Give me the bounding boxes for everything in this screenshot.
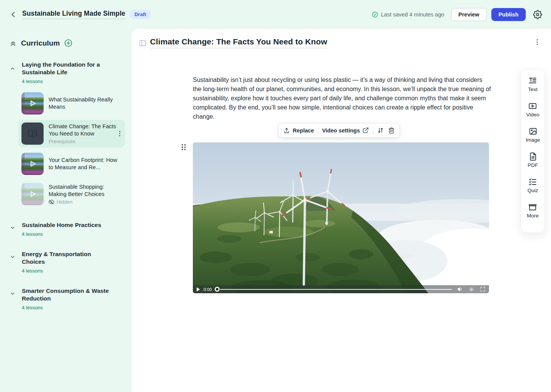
replace-label: Replace bbox=[293, 127, 314, 134]
section-lesson-count: 4 lessons bbox=[22, 268, 112, 274]
publish-button[interactable]: Publish bbox=[491, 8, 526, 21]
lesson-menu-button[interactable] bbox=[117, 130, 123, 137]
lesson-title: Climate Change: The Facts You Need to Kn… bbox=[49, 123, 122, 137]
lesson-video-thumbnail bbox=[21, 183, 44, 205]
section-toggle[interactable]: Sustainable Home Practices 4 lessons bbox=[9, 221, 126, 237]
chevron-left-icon bbox=[9, 10, 18, 19]
course-title[interactable]: Sustainable Living Made Simple bbox=[22, 10, 125, 19]
grip-dots-icon bbox=[181, 144, 186, 151]
section-lesson-count: 4 lessons bbox=[22, 231, 112, 237]
section-lesson-count: 4 lessons bbox=[22, 305, 112, 310]
lesson-hidden-label: Hidden bbox=[57, 199, 72, 205]
curriculum-heading: Curriculum bbox=[21, 39, 60, 47]
lesson-reading-thumbnail bbox=[21, 122, 44, 145]
curriculum-section: Energy & Transportation Choices 4 lesson… bbox=[9, 250, 126, 274]
external-link-icon bbox=[362, 127, 369, 134]
toolbar-divider bbox=[318, 127, 318, 134]
panel-left-icon bbox=[139, 39, 147, 47]
section-toggle[interactable]: Laying the Foundation for a Sustainable … bbox=[9, 61, 126, 84]
add-video-block-button[interactable]: Video bbox=[526, 101, 539, 127]
back-button[interactable] bbox=[8, 10, 18, 20]
lesson-item[interactable]: Your Carbon Footprint: How to Measure an… bbox=[18, 150, 125, 178]
lesson-intro-paragraph[interactable]: Sustainability isn’t just about recyclin… bbox=[193, 75, 491, 121]
chevrons-up-icon bbox=[9, 39, 17, 47]
toolbar-divider bbox=[373, 127, 373, 134]
more-blocks-button[interactable]: More bbox=[527, 203, 539, 228]
lesson-page-title[interactable]: Climate Change: The Facts You Need to Kn… bbox=[150, 37, 327, 48]
section-toggle[interactable]: Smarter Consumption & Waste Reduction 4 … bbox=[9, 287, 126, 310]
lesson-video-thumbnail bbox=[21, 92, 44, 114]
lesson-prerequisite-label: Prerequisite bbox=[49, 139, 122, 144]
video-block-toolbar: Replace Video settings bbox=[279, 123, 399, 137]
section-title: Energy & Transportation Choices bbox=[22, 250, 112, 266]
video-settings-label: Video settings bbox=[322, 127, 360, 134]
video-settings-gear-button[interactable] bbox=[469, 287, 474, 292]
kebab-icon bbox=[534, 38, 540, 46]
video-scrubber-handle[interactable] bbox=[215, 287, 220, 292]
block-palette: Text Video Image PDF Quiz More bbox=[521, 69, 545, 233]
video-fullscreen-button[interactable] bbox=[480, 286, 486, 292]
lesson-item-hidden[interactable]: Sustainable Shopping: Making Better Choi… bbox=[18, 180, 125, 208]
settings-button[interactable] bbox=[532, 9, 543, 20]
eye-off-icon bbox=[49, 199, 54, 205]
gear-icon bbox=[469, 287, 474, 292]
preview-button[interactable]: Preview bbox=[451, 8, 487, 21]
chevron-down-icon bbox=[9, 290, 16, 297]
move-block-button[interactable] bbox=[377, 127, 384, 134]
add-image-block-button[interactable]: Image bbox=[526, 127, 540, 152]
add-section-button[interactable] bbox=[64, 39, 73, 47]
gear-icon bbox=[533, 10, 542, 19]
status-badge: Draft bbox=[130, 10, 150, 19]
video-current-time: 0:00 bbox=[204, 287, 212, 292]
quiz-checklist-icon bbox=[528, 177, 537, 186]
section-title: Smarter Consumption & Waste Reduction bbox=[22, 287, 112, 302]
arrows-up-down-icon bbox=[377, 127, 384, 134]
volume-icon bbox=[457, 286, 463, 292]
chevron-up-icon bbox=[9, 65, 16, 72]
plus-circle-icon bbox=[64, 39, 73, 47]
lesson-menu-button[interactable] bbox=[534, 38, 540, 46]
upload-icon bbox=[283, 127, 290, 134]
tool-label: PDF bbox=[528, 162, 538, 168]
curriculum-sidebar: Curriculum Laying the Foundation for a S… bbox=[0, 29, 131, 392]
chevron-down-icon bbox=[9, 253, 16, 260]
more-archive-icon bbox=[528, 203, 537, 212]
play-icon bbox=[196, 287, 200, 292]
lesson-item-selected[interactable]: Climate Change: The Facts You Need to Kn… bbox=[18, 120, 125, 147]
add-pdf-block-button[interactable]: PDF bbox=[528, 152, 538, 177]
top-bar: Sustainable Living Made Simple Draft Las… bbox=[0, 0, 551, 29]
video-controls-bar: 0:00 bbox=[193, 285, 489, 293]
image-icon bbox=[528, 127, 538, 136]
lesson-item[interactable]: What Sustainability Really Means bbox=[18, 90, 125, 117]
play-icon bbox=[28, 99, 37, 108]
play-icon bbox=[28, 159, 37, 168]
section-title: Sustainable Home Practices bbox=[22, 221, 112, 229]
video-player[interactable]: 0:00 bbox=[193, 142, 489, 293]
add-text-block-button[interactable]: Text bbox=[528, 76, 538, 101]
block-drag-handle[interactable] bbox=[181, 144, 186, 151]
trash-icon bbox=[388, 127, 395, 134]
curriculum-section: Laying the Foundation for a Sustainable … bbox=[9, 61, 126, 208]
play-icon bbox=[28, 189, 37, 199]
lesson-title: Sustainable Shopping: Making Better Choi… bbox=[49, 183, 122, 198]
video-settings-button[interactable]: Video settings bbox=[322, 127, 369, 134]
video-frame-wind-turbines bbox=[193, 142, 489, 293]
section-lesson-count: 4 lessons bbox=[22, 78, 112, 84]
toggle-sidebar-button[interactable] bbox=[139, 39, 147, 47]
check-circle-icon bbox=[372, 11, 378, 18]
video-progress-track[interactable] bbox=[220, 289, 452, 290]
video-volume-button[interactable] bbox=[457, 286, 463, 292]
lesson-list: What Sustainability Really Means Climate… bbox=[18, 90, 126, 208]
curriculum-section: Smarter Consumption & Waste Reduction 4 … bbox=[9, 287, 126, 310]
fullscreen-icon bbox=[480, 286, 486, 292]
section-title: Laying the Foundation for a Sustainable … bbox=[22, 61, 112, 76]
lesson-title: Your Carbon Footprint: How to Measure an… bbox=[49, 157, 122, 171]
video-play-button[interactable] bbox=[196, 287, 200, 292]
tool-label: Quiz bbox=[528, 188, 538, 193]
section-toggle[interactable]: Energy & Transportation Choices 4 lesson… bbox=[9, 250, 126, 274]
delete-block-button[interactable] bbox=[388, 127, 395, 134]
add-quiz-block-button[interactable]: Quiz bbox=[528, 177, 538, 203]
text-icon bbox=[528, 76, 537, 85]
replace-video-button[interactable]: Replace bbox=[283, 127, 314, 134]
collapse-all-button[interactable] bbox=[9, 39, 17, 47]
